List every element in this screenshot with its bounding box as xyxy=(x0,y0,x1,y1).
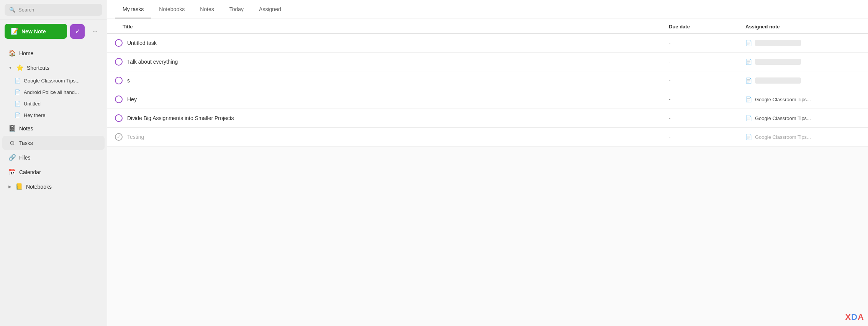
task-assigned: 📄 Google Classroom Tips... xyxy=(745,96,860,102)
task-title-cell: s xyxy=(115,77,669,84)
search-area: 🔍 Search xyxy=(0,0,107,20)
sidebar-item-calendar[interactable]: 📅 Calendar xyxy=(2,165,105,179)
task-title: Untitled task xyxy=(127,40,157,46)
table-row[interactable]: Untitled task - 📄 xyxy=(107,34,868,53)
task-title: Testing xyxy=(127,134,144,140)
assigned-note-icon: 📄 xyxy=(745,134,752,140)
assigned-note-icon: 📄 xyxy=(745,115,752,121)
tab-notebooks[interactable]: Notebooks xyxy=(151,0,192,18)
assigned-note-blur xyxy=(755,40,801,46)
task-due-date: - xyxy=(669,115,745,121)
tab-my-tasks[interactable]: My tasks xyxy=(115,0,151,18)
calendar-icon: 📅 xyxy=(8,168,15,176)
note-icon: 📄 xyxy=(15,101,21,107)
assigned-note-icon: 📄 xyxy=(745,59,752,65)
task-title-cell: Hey xyxy=(115,95,669,103)
col-due-date: Due date xyxy=(669,24,745,30)
notebooks-icon: 📒 xyxy=(15,183,22,190)
tab-notes[interactable]: Notes xyxy=(192,0,222,18)
table-row[interactable]: Talk about everything - 📄 xyxy=(107,53,868,71)
assigned-note-text: Google Classroom Tips... xyxy=(755,115,811,121)
task-due-date: - xyxy=(669,77,745,84)
assigned-note-icon: 📄 xyxy=(745,40,752,46)
shortcut-hey-there-label: Hey there xyxy=(24,112,45,118)
shortcut-untitled-label: Untitled xyxy=(24,101,41,107)
sidebar-item-files[interactable]: 🔗 Files xyxy=(2,150,105,165)
task-checkbox[interactable] xyxy=(115,58,123,66)
task-checkbox[interactable] xyxy=(115,39,123,47)
shortcut-hey-there[interactable]: 📄 Hey there xyxy=(8,110,105,121)
tasks-icon-button[interactable]: ✓ xyxy=(70,24,85,39)
shortcut-google-classroom[interactable]: 📄 Google Classroom Tips... xyxy=(8,75,105,86)
sidebar-item-tasks-label: Tasks xyxy=(19,140,33,146)
note-icon: 📄 xyxy=(15,112,21,118)
task-title: Divide Big Assignments into Smaller Proj… xyxy=(127,115,234,121)
new-note-button[interactable]: 📝 New Note xyxy=(5,24,67,39)
tasks-icon: ✓ xyxy=(75,28,80,35)
task-title-cell: Untitled task xyxy=(115,39,669,47)
star-icon: ⭐ xyxy=(16,64,23,71)
sidebar-item-shortcuts-label: Shortcuts xyxy=(27,65,49,71)
task-title-cell: ✓ Testing xyxy=(115,133,669,141)
assigned-note-text: Google Classroom Tips... xyxy=(755,134,811,140)
more-icon: ··· xyxy=(92,27,98,35)
task-title: s xyxy=(127,77,130,84)
shortcut-android-police-label: Android Police all hand... xyxy=(24,89,79,95)
search-icon: 🔍 xyxy=(9,7,15,13)
assigned-note-blur xyxy=(755,77,801,84)
col-assigned-note: Assigned note xyxy=(745,24,860,30)
task-checkbox[interactable] xyxy=(115,77,123,84)
task-title: Hey xyxy=(127,96,137,102)
assigned-note-blur xyxy=(755,59,801,65)
home-icon: 🏠 xyxy=(8,49,15,57)
chevron-right-icon: ▶ xyxy=(8,184,11,189)
shortcut-google-classroom-label: Google Classroom Tips... xyxy=(24,78,80,84)
sidebar-item-home-label: Home xyxy=(19,50,33,56)
sidebar-item-notes[interactable]: 📓 Notes xyxy=(2,121,105,135)
task-title-cell: Talk about everything xyxy=(115,58,669,66)
note-icon: 📄 xyxy=(15,89,21,95)
task-assigned: 📄 Google Classroom Tips... xyxy=(745,134,860,140)
task-due-date: - xyxy=(669,59,745,65)
chevron-down-icon: ▼ xyxy=(8,66,12,70)
sidebar-item-shortcuts[interactable]: ▼ ⭐ Shortcuts xyxy=(2,61,105,75)
sidebar-item-tasks[interactable]: ⊙ Tasks xyxy=(2,136,105,150)
task-title-cell: Divide Big Assignments into Smaller Proj… xyxy=(115,114,669,122)
table-row[interactable]: Divide Big Assignments into Smaller Proj… xyxy=(107,109,868,128)
search-box[interactable]: 🔍 Search xyxy=(5,4,102,16)
task-checkbox[interactable] xyxy=(115,114,123,122)
assigned-note-text: Google Classroom Tips... xyxy=(755,97,811,102)
sidebar-item-notebooks[interactable]: ▶ 📒 Notebooks xyxy=(2,179,105,194)
shortcut-android-police[interactable]: 📄 Android Police all hand... xyxy=(8,87,105,98)
new-note-icon: 📝 xyxy=(11,28,18,35)
assigned-note-icon: 📄 xyxy=(745,77,752,84)
more-button[interactable]: ··· xyxy=(88,24,102,39)
table-row[interactable]: ✓ Testing - 📄 Google Classroom Tips... xyxy=(107,128,868,147)
tab-today[interactable]: Today xyxy=(222,0,251,18)
main-content: My tasks Notebooks Notes Today Assigned … xyxy=(107,0,868,326)
task-checkbox-completed[interactable]: ✓ xyxy=(115,133,123,141)
new-note-label: New Note xyxy=(21,28,46,35)
table-area: Title Due date Assigned note Untitled ta… xyxy=(107,18,868,326)
shortcuts-children: 📄 Google Classroom Tips... 📄 Android Pol… xyxy=(0,75,107,121)
table-row[interactable]: Hey - 📄 Google Classroom Tips... xyxy=(107,90,868,109)
sidebar-item-calendar-label: Calendar xyxy=(19,169,41,175)
note-icon: 📄 xyxy=(15,78,21,84)
sidebar-item-home[interactable]: 🏠 Home xyxy=(2,46,105,60)
task-assigned: 📄 xyxy=(745,40,860,46)
task-checkbox[interactable] xyxy=(115,95,123,103)
search-label: Search xyxy=(18,7,34,13)
assigned-note-icon: 📄 xyxy=(745,96,752,102)
sidebar-item-notes-label: Notes xyxy=(19,125,33,132)
sidebar-item-notebooks-label: Notebooks xyxy=(26,184,52,190)
task-assigned: 📄 xyxy=(745,77,860,84)
tab-assigned[interactable]: Assigned xyxy=(251,0,289,18)
notes-icon: 📓 xyxy=(8,125,15,132)
files-icon: 🔗 xyxy=(8,154,15,161)
table-header: Title Due date Assigned note xyxy=(107,18,868,34)
task-assigned: 📄 xyxy=(745,59,860,65)
table-row[interactable]: s - 📄 xyxy=(107,71,868,90)
col-title: Title xyxy=(123,24,669,30)
task-assigned: 📄 Google Classroom Tips... xyxy=(745,115,860,121)
shortcut-untitled[interactable]: 📄 Untitled xyxy=(8,98,105,109)
